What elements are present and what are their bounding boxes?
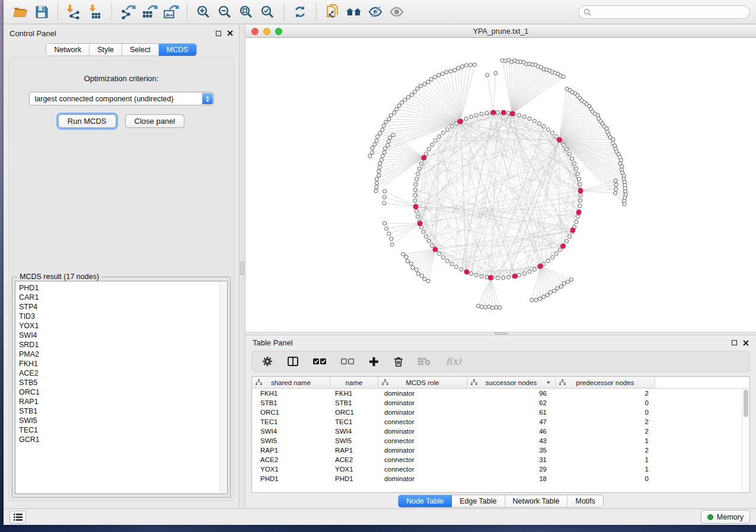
status-bar: Memory <box>4 508 756 525</box>
export-table-icon[interactable] <box>139 2 160 21</box>
houses-icon[interactable] <box>343 2 365 21</box>
close-panel-icon[interactable] <box>227 30 233 36</box>
mcds-result-item[interactable]: SWI4 <box>19 331 227 340</box>
mcds-result-list[interactable]: PHD1CAR1STP4TID3YOX1SWI4SRD1PMA2FKH1ACE2… <box>15 281 228 494</box>
attribute-tree-icon <box>256 379 262 386</box>
column-header-predecessor-nodes[interactable]: predecessor nodes <box>556 377 655 388</box>
deselect-all-icon[interactable] <box>341 358 354 365</box>
maximize-window-icon[interactable] <box>275 28 282 35</box>
mcds-result-item[interactable]: STB1 <box>19 406 227 416</box>
mcds-result-item[interactable]: ACE2 <box>19 368 227 378</box>
table-row[interactable]: ORC1 ORC1 dominator 61 0 <box>252 408 749 417</box>
minimize-window-icon[interactable] <box>263 28 270 35</box>
close-window-icon[interactable] <box>251 28 259 35</box>
import-network-icon[interactable] <box>63 2 85 21</box>
table-row[interactable]: SWI5 SWI5 connector 43 1 <box>252 436 749 446</box>
columns-icon[interactable] <box>288 357 298 366</box>
table-header-row: shared name name MCDS role successor nod… <box>252 377 749 389</box>
export-network-icon[interactable] <box>117 2 139 21</box>
mcds-result-item[interactable]: TEC1 <box>19 425 227 435</box>
table-row[interactable]: ACE2 ACE2 connector 31 1 <box>252 455 749 464</box>
mcds-result-item[interactable]: FKH1 <box>19 359 227 368</box>
float-panel-icon[interactable] <box>216 31 221 36</box>
import-table-icon[interactable] <box>85 2 106 21</box>
close-table-panel-icon[interactable] <box>743 340 749 346</box>
horizontal-splitter-handle[interactable] <box>495 332 508 335</box>
mcds-result-item[interactable]: PHD1 <box>19 283 227 293</box>
mcds-list-scrollbar[interactable] <box>219 282 227 493</box>
tab-motifs[interactable]: Motifs <box>567 495 602 507</box>
network-view-canvas[interactable] <box>245 38 756 332</box>
document-share-icon[interactable] <box>322 2 343 21</box>
network-graph[interactable] <box>245 38 756 332</box>
mcds-result-title: MCDS result (17 nodes) <box>17 273 101 281</box>
save-icon[interactable] <box>31 2 52 21</box>
function-fx-icon[interactable]: f(x) <box>446 356 461 367</box>
zoom-in-icon[interactable] <box>193 2 214 21</box>
mcds-result-item[interactable]: YOX1 <box>19 321 227 331</box>
tab-style[interactable]: Style <box>90 44 122 56</box>
mcds-result-item[interactable]: GCR1 <box>19 435 227 444</box>
table-row[interactable]: TEC1 TEC1 connector 47 2 <box>252 417 749 427</box>
close-panel-button[interactable]: Close panel <box>125 114 185 128</box>
search-input[interactable] <box>594 8 745 16</box>
gear-icon[interactable] <box>262 356 273 367</box>
table-row[interactable]: STB1 STB1 dominator 62 0 <box>252 398 749 408</box>
attribute-tree-icon <box>471 379 477 386</box>
column-header-mcds-role[interactable]: MCDS role <box>378 377 467 388</box>
optimization-criterion-select[interactable]: largest connected component (undirected) <box>29 92 214 105</box>
search-field[interactable] <box>578 5 750 19</box>
memory-status-icon <box>707 514 713 520</box>
mcds-result-item[interactable]: TID3 <box>19 312 227 321</box>
table-scrollbar-thumb[interactable] <box>744 390 748 417</box>
mcds-result-item[interactable]: PMA2 <box>19 350 227 359</box>
zoom-out-icon[interactable] <box>214 2 235 21</box>
mcds-tab-content: Optimization criterion: largest connecte… <box>8 56 234 501</box>
select-all-checked-icon[interactable] <box>313 358 326 365</box>
horizontal-splitter[interactable] <box>245 332 756 335</box>
mcds-result-item[interactable]: ORC1 <box>19 387 227 397</box>
tab-edge-table[interactable]: Edge Table <box>452 495 505 507</box>
float-table-panel-icon[interactable] <box>732 340 737 345</box>
table-row[interactable]: PHD1 PHD1 dominator 18 0 <box>252 474 749 483</box>
toolbar-separator <box>316 4 317 20</box>
column-header-shared-name[interactable]: shared name <box>252 377 330 388</box>
tab-select[interactable]: Select <box>122 44 159 56</box>
hide-details-eye-icon[interactable] <box>365 2 386 21</box>
table-row[interactable]: FKH1 FKH1 dominator 96 2 <box>252 389 749 398</box>
mcds-result-item[interactable]: STP4 <box>19 302 227 312</box>
mcds-result-item[interactable]: STB5 <box>19 378 227 387</box>
add-column-icon[interactable] <box>369 357 379 367</box>
task-list-button[interactable] <box>9 511 26 524</box>
table-row[interactable]: YOX1 YOX1 connector 29 1 <box>252 464 749 474</box>
mcds-result-item[interactable]: SWI5 <box>19 416 227 425</box>
zoom-selected-icon[interactable] <box>257 2 278 21</box>
node-table: shared name name MCDS role successor nod… <box>251 376 750 493</box>
mcds-result-item[interactable]: CAR1 <box>19 293 227 302</box>
tab-network[interactable]: Network <box>46 44 90 56</box>
table-scrollbar[interactable] <box>742 389 749 492</box>
export-image-icon[interactable] <box>160 2 181 21</box>
trash-icon[interactable] <box>394 356 403 367</box>
vertical-splitter-handle[interactable] <box>240 262 244 275</box>
network-window-titlebar[interactable]: YPA_prune.txt_1 <box>245 25 756 38</box>
destroy-table-icon[interactable] <box>418 357 431 366</box>
column-header-successor-nodes[interactable]: successor nodes <box>467 377 556 388</box>
table-panel: Table Panel <box>245 335 756 508</box>
refresh-icon[interactable] <box>289 2 311 21</box>
tab-mcds[interactable]: MCDS <box>159 44 196 56</box>
mcds-result-item[interactable]: RAP1 <box>19 397 227 406</box>
tab-network-table[interactable]: Network Table <box>505 495 568 507</box>
table-row[interactable]: SWI4 SWI4 dominator 46 2 <box>252 427 749 436</box>
tab-node-table[interactable]: Node Table <box>398 495 452 507</box>
mcds-result-item[interactable]: SRD1 <box>19 340 227 350</box>
open-folder-icon[interactable] <box>9 2 31 21</box>
table-row[interactable]: RAP1 RAP1 dominator 35 2 <box>252 446 749 455</box>
memory-button[interactable]: Memory <box>701 510 750 524</box>
column-header-name[interactable]: name <box>330 377 378 388</box>
eye-icon[interactable] <box>386 2 407 21</box>
vertical-splitter[interactable] <box>239 25 245 508</box>
main-toolbar <box>4 0 756 24</box>
run-mcds-button[interactable]: Run MCDS <box>58 114 116 128</box>
zoom-fit-icon[interactable] <box>235 2 257 21</box>
